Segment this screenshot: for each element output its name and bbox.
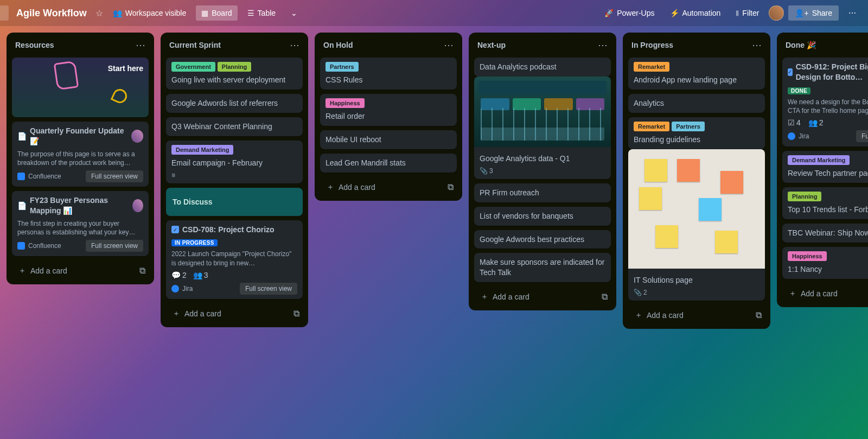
workspace-visible-button[interactable]: 👥 Workspace visible xyxy=(107,5,192,21)
card-tech-talk-sponsors[interactable]: Make sure sponsors are indicated for Tec… xyxy=(474,253,611,282)
card-start-here[interactable]: Start here xyxy=(12,58,149,117)
card-template-icon[interactable]: ⧉ xyxy=(602,292,608,302)
member-avatar[interactable] xyxy=(132,199,143,212)
add-card-button[interactable]: ＋Add a card xyxy=(323,180,379,194)
list-menu-icon[interactable]: ⋯ xyxy=(290,39,299,51)
list-menu-icon[interactable]: ⋯ xyxy=(136,39,145,51)
card-branding-guidelines[interactable]: Remarket Partners Branding guidelines xyxy=(628,117,765,149)
add-card-button[interactable]: ＋Add a card xyxy=(169,307,225,321)
comments-badge: 💬2 xyxy=(171,271,187,279)
view-switcher-button[interactable]: ⌄ xyxy=(285,5,303,21)
list-title[interactable]: Current Sprint xyxy=(169,41,221,49)
full-screen-button[interactable]: Full screen view xyxy=(86,240,143,252)
card-adwords-referrers[interactable]: Google Adwords list of referrers xyxy=(166,94,303,113)
card-it-solutions[interactable]: IT Solutions page 📎2 xyxy=(628,154,765,301)
label-demand-marketing[interactable]: Demand Marketing xyxy=(788,155,850,165)
card-csd-912[interactable]: ✓ CSD-912: Project Big Swing: Design for… xyxy=(782,58,868,147)
card-quarterly-founder-update[interactable]: 📄 Quarterly Founder Update 📝 The purpose… xyxy=(12,122,149,187)
list-title[interactable]: In Progress xyxy=(631,41,673,49)
card-data-analytics-podcast[interactable]: Data Analytics podcast xyxy=(474,58,611,77)
card-email-campaign[interactable]: Demand Marketing Email campaign - Februa… xyxy=(166,141,303,183)
view-table-label: Table xyxy=(258,9,276,17)
card-template-icon[interactable]: ⧉ xyxy=(448,182,454,192)
card-title: CSD-912: Project Big Swing: Design for B… xyxy=(796,62,868,82)
star-icon[interactable]: ☆ xyxy=(95,8,103,18)
full-screen-button[interactable]: Full screen view xyxy=(240,283,297,295)
member-avatar[interactable] xyxy=(131,130,143,143)
confluence-link[interactable]: Confluence xyxy=(17,173,61,180)
card-review-tech-partner[interactable]: Demand Marketing Review Tech partner pag… xyxy=(782,151,868,183)
label-partners[interactable]: Partners xyxy=(326,62,359,72)
list-title[interactable]: Next-up xyxy=(477,41,506,49)
power-ups-button[interactable]: 🚀 Power-Ups xyxy=(599,5,660,21)
board-title[interactable]: Agile Workflow xyxy=(16,8,87,19)
card-retail-order[interactable]: Happiness Retail order xyxy=(320,94,457,126)
people-icon: 👥 xyxy=(113,9,122,17)
automation-button[interactable]: ⚡ Automation xyxy=(665,5,726,21)
card-google-analytics-q1[interactable]: Google Analytics data - Q1 📎3 xyxy=(474,81,611,179)
card-1-1-nancy[interactable]: Happiness 1:1 Nancy xyxy=(782,247,868,279)
card-cover-image xyxy=(628,149,765,269)
list-menu-icon[interactable]: ⋯ xyxy=(752,39,762,51)
card-leadgen-mandrill[interactable]: Lead Gen Mandrill stats xyxy=(320,154,457,173)
label-remarket[interactable]: Remarket xyxy=(634,122,669,131)
card-q3-webinar[interactable]: Q3 Webinar Content Planning xyxy=(166,117,303,136)
add-card-button[interactable]: ＋Add a card xyxy=(15,264,71,278)
confluence-link[interactable]: Confluence xyxy=(17,242,61,250)
card-vendors-banquets[interactable]: List of vendors for banquets xyxy=(474,207,611,226)
card-csd-708[interactable]: ✓ CSD-708: Project Chorizo IN PROGRESS 2… xyxy=(166,220,303,299)
card-template-icon[interactable]: ⧉ xyxy=(756,310,762,320)
label-planning[interactable]: Planning xyxy=(788,192,821,201)
view-board-button[interactable]: ▦ Board xyxy=(196,5,237,21)
card-title: Branding guidelines xyxy=(634,135,760,145)
board-canvas[interactable]: Resources ⋯ Start here 📄 Quarterly Found… xyxy=(0,26,868,439)
card-top10-trends[interactable]: Planning Top 10 Trends list - Forbes xyxy=(782,187,868,219)
label-government[interactable]: Government xyxy=(171,62,215,72)
card-fy23-buyer-personas[interactable]: 📄 FY23 Buyer Personas Mapping 📊 The firs… xyxy=(12,191,149,256)
list-menu-icon[interactable]: ⋯ xyxy=(598,39,608,51)
board-menu-button[interactable]: ⋯ xyxy=(843,5,861,21)
add-card-button[interactable]: ＋Add a card xyxy=(786,287,841,301)
check-icon: ✓ xyxy=(171,226,179,233)
card-server-deployment[interactable]: Government Planning Going live with serv… xyxy=(166,58,303,90)
filter-button[interactable]: ⫴ Filter xyxy=(730,5,764,21)
card-mobile-ui-reboot[interactable]: Mobile UI reboot xyxy=(320,130,457,149)
card-android-landing[interactable]: Remarket Android App new landing page xyxy=(628,58,765,90)
card-description: The first step in creating your buyer pe… xyxy=(17,219,143,237)
card-title: Google Analytics data - Q1 xyxy=(480,154,605,164)
jira-link[interactable]: Jira xyxy=(171,285,193,292)
card-template-icon[interactable]: ⧉ xyxy=(139,266,145,276)
list-resources: Resources ⋯ Start here 📄 Quarterly Found… xyxy=(7,33,154,284)
card-tbc-webinar[interactable]: TBC Webinar: Ship Now, Not Later xyxy=(782,224,868,243)
add-card-button[interactable]: ＋Add a card xyxy=(631,308,687,322)
card-pr-firm-outreach[interactable]: PR Firm outreach xyxy=(474,183,611,202)
member-avatar[interactable] xyxy=(769,5,784,21)
list-menu-icon[interactable]: ⋯ xyxy=(444,39,454,51)
list-title[interactable]: On Hold xyxy=(323,41,353,49)
label-demand-marketing[interactable]: Demand Marketing xyxy=(171,145,233,155)
card-to-discuss[interactable]: To Discuss xyxy=(166,188,303,216)
card-title: CSD-708: Project Chorizo xyxy=(182,225,275,235)
full-screen-button[interactable]: Full screen view xyxy=(856,130,868,142)
label-remarket[interactable]: Remarket xyxy=(634,62,669,72)
view-table-button[interactable]: ☰ Table xyxy=(242,5,281,21)
label-happiness[interactable]: Happiness xyxy=(326,98,365,108)
card-css-rules[interactable]: Partners CSS Rules xyxy=(320,58,457,90)
card-template-icon[interactable]: ⧉ xyxy=(293,309,299,319)
share-button[interactable]: 👤+ Share xyxy=(788,5,839,21)
label-partners[interactable]: Partners xyxy=(672,122,705,131)
label-happiness[interactable]: Happiness xyxy=(788,251,827,261)
card-title: Retail order xyxy=(326,111,451,122)
card-adwords-best-practices[interactable]: Google Adwords best practices xyxy=(474,230,611,249)
full-screen-button[interactable]: Full screen view xyxy=(86,170,143,182)
card-description: We need a design for the Bottom Sign Up … xyxy=(788,98,868,115)
list-title[interactable]: Done 🎉 xyxy=(786,41,816,49)
card-cover-image xyxy=(474,77,611,147)
label-planning[interactable]: Planning xyxy=(218,62,251,72)
jira-icon xyxy=(171,285,179,292)
sidebar-expand-handle[interactable] xyxy=(0,5,9,21)
jira-link[interactable]: Jira xyxy=(788,132,809,140)
list-title[interactable]: Resources xyxy=(15,41,54,49)
add-card-button[interactable]: ＋Add a card xyxy=(477,290,533,304)
card-analytics[interactable]: Analytics xyxy=(628,94,765,113)
